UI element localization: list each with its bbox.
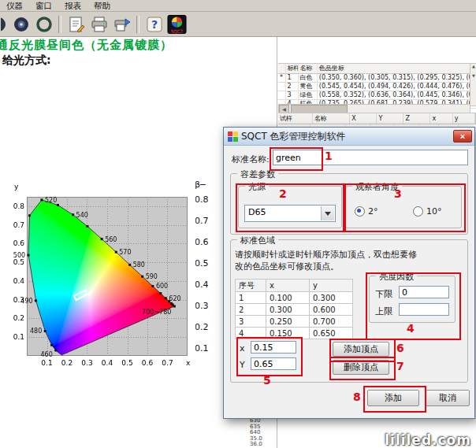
vertex-row[interactable]: 20.3000.600 xyxy=(236,304,353,316)
vertex-table[interactable]: 序号 x y 10.1000.300 20.3000.600 30.2500.7… xyxy=(235,279,353,339)
table-row[interactable]: * 1 白色 (0.350, 0.360), (0.305, 0.315), (… xyxy=(278,74,476,83)
target-icon[interactable] xyxy=(10,13,32,35)
annotation-number-8: 8 xyxy=(353,391,361,403)
col-header-coords: 色品坐标 xyxy=(318,64,476,73)
document-subtitle: 给光方式: xyxy=(2,54,51,68)
document-title: 通反光膜昼间色（无金属镀膜） xyxy=(0,38,173,53)
y-coordinate-input[interactable] xyxy=(251,357,296,370)
cancel-button[interactable]: 取消 xyxy=(426,390,470,406)
watermark: lililed.com xyxy=(385,432,471,448)
toolbar-separator xyxy=(136,16,139,33)
print-export-icon[interactable] xyxy=(111,13,132,35)
upper-limit-input[interactable] xyxy=(399,303,449,316)
standard-gamut-group-label: 标准色域 xyxy=(237,235,278,246)
toolbar: ? SQCT xyxy=(0,12,476,37)
help-icon[interactable]: ? xyxy=(143,13,165,35)
col-header-standard: 标样 xyxy=(286,64,299,73)
standards-table-header: 标样 名称 色品坐标 xyxy=(278,64,476,74)
application-window: 仪器 窗口 报表 帮助 ? xyxy=(0,0,476,448)
annotation-number-3: 3 xyxy=(394,187,402,200)
dialog-title: SQCT 色彩管理控制软件 xyxy=(241,130,346,143)
luminance-factor-group-label: 亮度因数 xyxy=(376,271,417,283)
y-coordinate-label: Y xyxy=(240,360,245,370)
menu-bar: 仪器 窗口 报表 帮助 xyxy=(0,0,476,12)
lower-limit-input[interactable] xyxy=(399,286,449,298)
clipped-icon[interactable] xyxy=(0,13,9,35)
vertex-row[interactable]: 40.1500.650 xyxy=(236,328,353,339)
vertex-table-header: 序号 x y xyxy=(236,280,353,292)
toolbar-separator xyxy=(58,16,61,33)
report-icon[interactable] xyxy=(65,13,87,35)
observer-2deg-radio[interactable]: 2° xyxy=(355,206,378,217)
dialog-title-bar[interactable]: SQCT 色彩管理控制软件 × xyxy=(224,128,474,146)
dialog-sqct-color-management: SQCT 色彩管理控制软件 × 标准名称: 容差参数 光源 D65 观察者角度 … xyxy=(223,127,475,419)
vertical-scrollbar[interactable]: ▲▼ xyxy=(470,63,476,106)
ring-icon[interactable] xyxy=(33,13,54,35)
annotation-number-2: 2 xyxy=(279,187,287,200)
annotation-number-6: 6 xyxy=(396,342,404,354)
annotation-number-1: 1 xyxy=(325,150,333,162)
menu-item-instrument[interactable]: 仪器 xyxy=(0,0,29,11)
lower-limit-label: 下限 xyxy=(375,288,392,300)
radio-icon[interactable] xyxy=(413,206,423,217)
cie-chromaticity-chart xyxy=(9,178,195,373)
add-button[interactable]: 添加 xyxy=(367,390,419,406)
light-source-value: D65 xyxy=(248,207,266,217)
light-source-group-label: 光源 xyxy=(245,181,269,193)
svg-text:?: ? xyxy=(151,18,157,31)
tolerance-group-label: 容差参数 xyxy=(237,168,278,180)
svg-text:SQCT: SQCT xyxy=(171,28,184,33)
instruction-line-1: 请按顺时针或逆时针顺序添加顶点，双击想要修 xyxy=(235,249,417,261)
radio-icon[interactable] xyxy=(355,206,365,217)
instruction-line-2: 改的色品坐标可修改顶点。 xyxy=(235,261,339,272)
standard-name-label: 标准名称: xyxy=(232,154,270,165)
menu-item-help[interactable]: 帮助 xyxy=(87,0,117,11)
background-table-fragment: 630 635 640 35.0 36.0 xyxy=(250,418,262,448)
menu-item-window[interactable]: 窗口 xyxy=(29,0,58,11)
table-row[interactable]: 3 绿色 (0.558, 0.352), (0.636, 0.364), (0.… xyxy=(278,91,476,100)
beta-axis-label: β─ xyxy=(195,180,209,190)
beta-axis: β─ 0.8 0.7 0.6 0.5 0.4 0.3 0.2 0.1 xyxy=(195,180,209,365)
delete-vertex-button[interactable]: 删除顶点 xyxy=(333,360,389,375)
standards-table: 标样 名称 色品坐标 * 1 白色 (0.350, 0.360), (0.305… xyxy=(278,63,476,109)
chevron-down-icon[interactable] xyxy=(321,206,334,220)
close-icon[interactable]: × xyxy=(453,130,472,143)
x-coordinate-input[interactable] xyxy=(251,341,296,354)
vertex-row[interactable]: 10.1000.300 xyxy=(236,292,353,304)
menu-item-report[interactable]: 报表 xyxy=(58,0,87,11)
add-vertex-button[interactable]: 添加顶点 xyxy=(333,342,389,357)
table-row[interactable]: 2 黄色 (0.545, 0.454), (0.494, 0.426), (0.… xyxy=(278,83,476,91)
light-source-select[interactable]: D65 xyxy=(244,205,336,222)
observer-10deg-radio[interactable]: 10° xyxy=(413,206,442,217)
sqct-logo-icon[interactable]: SQCT xyxy=(166,13,188,35)
annotation-number-7: 7 xyxy=(396,360,404,372)
x-coordinate-label: x xyxy=(240,343,245,354)
col-header-name: 名称 xyxy=(299,64,318,73)
vertex-row[interactable]: 30.2500.700 xyxy=(236,316,353,328)
dialog-icon xyxy=(228,131,238,142)
printer-icon[interactable] xyxy=(88,13,110,35)
sample-table-header: 试样 名称 X Y Z x y xyxy=(278,113,476,124)
standard-name-input[interactable] xyxy=(273,150,468,165)
annotation-number-4: 4 xyxy=(407,322,415,335)
annotation-number-5: 5 xyxy=(263,374,271,387)
upper-limit-label: 上限 xyxy=(375,305,392,317)
